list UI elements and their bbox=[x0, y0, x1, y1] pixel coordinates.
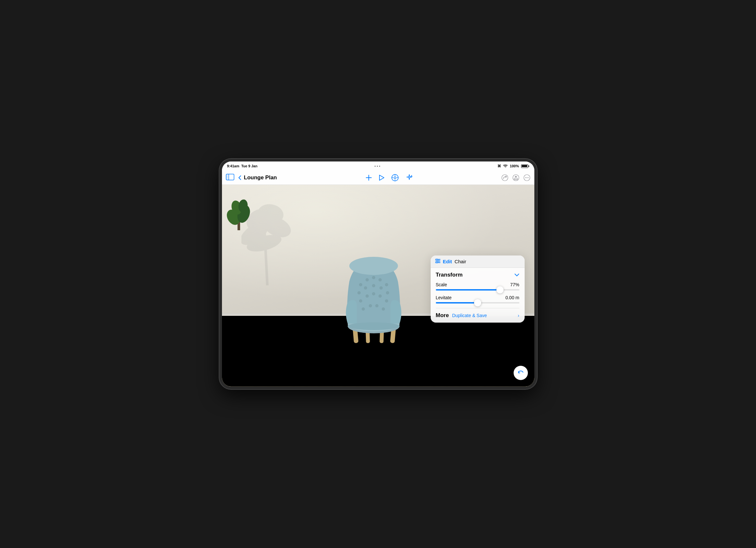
panel-body: Transform Scale 77% bbox=[431, 268, 525, 323]
status-time: 9:41am bbox=[227, 164, 239, 168]
svg-rect-1 bbox=[226, 174, 229, 180]
transform-label: Transform bbox=[436, 272, 463, 278]
panel-divider bbox=[436, 308, 519, 309]
edit-panel-icon bbox=[435, 259, 440, 264]
svg-point-46 bbox=[385, 283, 388, 286]
panel-header: Edit Chair bbox=[431, 255, 525, 268]
nav-bar: Lounge Plan bbox=[222, 170, 534, 185]
svg-point-62 bbox=[348, 322, 400, 330]
duplicate-save-button[interactable]: Duplicate & Save bbox=[452, 313, 487, 318]
transform-section-title: Transform bbox=[436, 272, 519, 278]
levitate-label: Levitate bbox=[436, 295, 452, 300]
svg-point-45 bbox=[378, 278, 382, 282]
main-content: Edit Chair Transform bbox=[222, 185, 534, 387]
dot3 bbox=[379, 166, 380, 167]
magic-button[interactable] bbox=[405, 174, 413, 181]
status-left: 9:41am Tue 9 Jan bbox=[227, 164, 258, 168]
scale-slider[interactable] bbox=[436, 289, 519, 291]
svg-point-52 bbox=[359, 299, 362, 303]
levitate-slider-fill bbox=[436, 302, 478, 304]
nav-undo-button[interactable] bbox=[501, 174, 508, 181]
wifi-icon: ⌘︎ bbox=[497, 164, 501, 168]
more-label: More bbox=[436, 312, 449, 319]
svg-point-57 bbox=[362, 308, 365, 311]
svg-point-58 bbox=[369, 304, 372, 308]
play-button[interactable] bbox=[379, 174, 385, 181]
more-row: More Duplicate & Save › bbox=[436, 312, 519, 319]
nav-left: Lounge Plan bbox=[226, 174, 277, 181]
levitate-value: 0.00 m bbox=[506, 295, 519, 300]
dot2 bbox=[377, 166, 378, 167]
status-right: ⌘︎ 100% bbox=[497, 164, 529, 168]
svg-point-42 bbox=[359, 283, 362, 286]
svg-point-16 bbox=[528, 177, 528, 178]
svg-point-43 bbox=[366, 278, 369, 282]
share-button[interactable] bbox=[512, 174, 519, 181]
svg-point-50 bbox=[379, 286, 383, 290]
status-date: Tue 9 Jan bbox=[241, 164, 257, 168]
svg-point-56 bbox=[385, 299, 388, 303]
scale-value: 77% bbox=[510, 282, 519, 287]
svg-point-44 bbox=[372, 276, 375, 279]
plant-shadow bbox=[241, 194, 306, 292]
svg-point-61 bbox=[349, 257, 398, 275]
scale-slider-fill bbox=[436, 289, 500, 291]
scale-slider-row: Scale 77% bbox=[436, 282, 519, 291]
sidebar-toggle-button[interactable] bbox=[226, 174, 234, 181]
svg-point-11 bbox=[502, 174, 508, 181]
back-button[interactable] bbox=[238, 175, 241, 180]
svg-point-53 bbox=[366, 295, 369, 298]
transform-chevron[interactable] bbox=[514, 272, 519, 278]
dot1 bbox=[375, 166, 376, 167]
panel-edit-label: Edit bbox=[443, 259, 452, 264]
svg-point-66 bbox=[436, 259, 437, 260]
svg-point-51 bbox=[386, 291, 389, 295]
levitate-slider-row: Levitate 0.00 m bbox=[436, 295, 519, 304]
svg-point-15 bbox=[526, 177, 527, 178]
svg-point-59 bbox=[375, 304, 378, 308]
ipad-frame: 9:41am Tue 9 Jan ⌘︎ 100% bbox=[219, 159, 537, 389]
nav-right bbox=[501, 174, 530, 181]
svg-point-48 bbox=[364, 286, 367, 290]
ar-move-button[interactable] bbox=[391, 174, 399, 181]
nav-center bbox=[277, 174, 501, 181]
status-bar: 9:41am Tue 9 Jan ⌘︎ 100% bbox=[222, 161, 534, 170]
scale-label: Scale bbox=[436, 282, 447, 287]
svg-point-47 bbox=[357, 291, 361, 295]
scale-slider-thumb[interactable] bbox=[496, 286, 504, 294]
scale-label-row: Scale 77% bbox=[436, 282, 519, 287]
ipad-screen: 9:41am Tue 9 Jan ⌘︎ 100% bbox=[222, 161, 534, 387]
chair[interactable] bbox=[328, 242, 419, 346]
add-button[interactable] bbox=[365, 174, 372, 181]
svg-point-54 bbox=[372, 292, 375, 296]
svg-point-14 bbox=[525, 177, 526, 178]
svg-point-60 bbox=[382, 308, 385, 311]
battery-pct: 100% bbox=[510, 164, 519, 168]
undo-float-button[interactable] bbox=[514, 366, 528, 380]
svg-point-49 bbox=[372, 284, 375, 287]
svg-point-6 bbox=[394, 177, 396, 179]
svg-point-55 bbox=[378, 295, 382, 298]
page-title: Lounge Plan bbox=[244, 174, 277, 181]
svg-point-68 bbox=[436, 262, 437, 263]
panel-object-name: Chair bbox=[455, 259, 466, 264]
levitate-slider[interactable] bbox=[436, 302, 519, 304]
plant bbox=[227, 190, 251, 232]
more-chevron[interactable]: › bbox=[518, 313, 519, 318]
levitate-slider-thumb[interactable] bbox=[474, 299, 481, 307]
battery-icon bbox=[521, 164, 529, 168]
more-button[interactable] bbox=[523, 174, 530, 181]
status-center bbox=[375, 166, 380, 167]
wifi-symbol bbox=[503, 164, 508, 168]
svg-point-67 bbox=[438, 260, 439, 262]
edit-panel: Edit Chair Transform bbox=[431, 255, 525, 323]
